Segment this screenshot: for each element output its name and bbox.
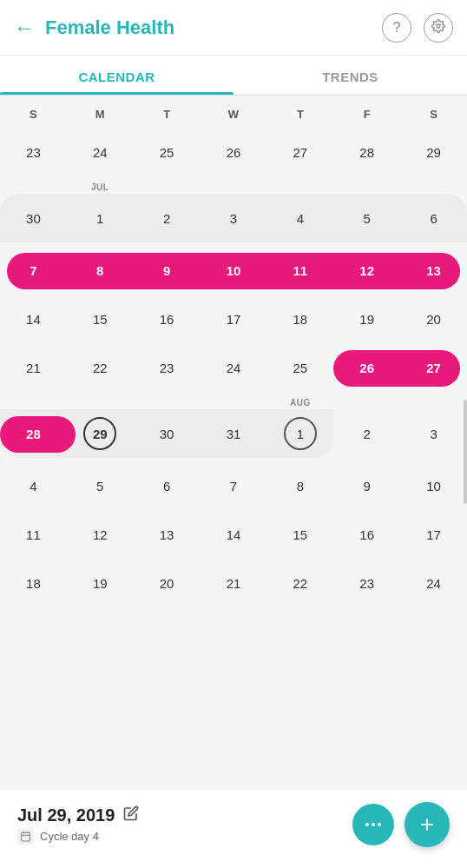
table-row[interactable]: 30	[0, 194, 67, 242]
table-row[interactable]: 31	[201, 409, 267, 458]
table-row[interactable]: 5	[67, 461, 134, 510]
table-row[interactable]: 22	[67, 343, 134, 392]
table-row[interactable]: 24	[67, 128, 134, 176]
back-button[interactable]: ←	[14, 16, 35, 40]
table-row[interactable]: 2	[134, 194, 201, 242]
cal-row-6: AUG 28 29 30 31 1 2 3	[0, 392, 467, 461]
table-row[interactable]: 4	[0, 461, 67, 510]
table-row[interactable]: 16	[134, 295, 201, 343]
calendar: S M T W T F S 23 24 25 26 27 28 29 JUL 3…	[0, 96, 467, 686]
cal-row-7: 4 5 6 7 8 9 10	[0, 461, 467, 510]
table-row[interactable]: 17	[400, 510, 467, 559]
day-header-f: F	[333, 104, 400, 124]
header-icons: ?	[382, 13, 453, 43]
table-row[interactable]: 7	[201, 461, 267, 510]
cal-row-9: 18 19 20 21 22 23 24	[0, 559, 467, 607]
table-row[interactable]: 13	[400, 246, 467, 295]
table-row[interactable]: 13	[134, 510, 201, 559]
day-headers: S M T W T F S	[0, 96, 467, 128]
table-row[interactable]: 23	[0, 128, 67, 176]
table-row[interactable]: 20	[400, 295, 467, 343]
table-row[interactable]: 14	[0, 295, 67, 343]
cycle-day-text: Cycle day 4	[40, 830, 99, 843]
table-row[interactable]: 15	[67, 295, 134, 343]
table-row[interactable]: 10	[400, 461, 467, 510]
tab-trends[interactable]: TRENDS	[234, 56, 467, 95]
table-row[interactable]: 26	[333, 343, 400, 392]
table-row[interactable]: 12	[67, 510, 134, 559]
table-row[interactable]: 8	[67, 246, 134, 295]
day-header-s: S	[0, 104, 67, 124]
header: ← Female Health ?	[0, 0, 467, 56]
svg-point-0	[437, 24, 440, 28]
settings-button[interactable]	[424, 13, 453, 43]
month-label-jul: JUL	[67, 176, 134, 194]
table-row[interactable]: 25	[134, 128, 201, 176]
svg-point-5	[365, 823, 369, 826]
svg-rect-1	[21, 832, 30, 841]
selected-date-info: Jul 29, 2019 Cycle day 4	[17, 805, 352, 845]
selected-date-text: Jul 29, 2019	[17, 805, 115, 825]
plus-icon: +	[420, 811, 434, 838]
day-header-t1: T	[134, 104, 201, 124]
table-row[interactable]: 25	[266, 343, 333, 392]
table-row[interactable]: 15	[266, 510, 333, 559]
table-row[interactable]: 9	[134, 246, 201, 295]
table-row[interactable]: 7	[0, 246, 67, 295]
table-row[interactable]: 3	[201, 194, 267, 242]
table-row[interactable]: 9	[333, 461, 400, 510]
table-row[interactable]: 26	[201, 128, 267, 176]
table-row[interactable]: 5	[333, 194, 400, 242]
table-row[interactable]: 19	[67, 559, 134, 607]
cal-cell-selected[interactable]: 29	[67, 409, 134, 458]
table-row[interactable]: 27	[266, 128, 333, 176]
table-row[interactable]: 11	[0, 510, 67, 559]
table-row[interactable]: 30	[134, 409, 201, 458]
table-row[interactable]: 28	[0, 409, 67, 458]
table-row[interactable]: 20	[134, 559, 201, 607]
table-row[interactable]: 8	[266, 461, 333, 510]
table-row[interactable]: 12	[333, 246, 400, 295]
table-row[interactable]: 24	[201, 343, 267, 392]
table-row[interactable]: 18	[266, 295, 333, 343]
help-button[interactable]: ?	[382, 13, 411, 43]
table-row[interactable]: 3	[400, 409, 467, 458]
svg-point-7	[378, 823, 381, 826]
table-row[interactable]: 1	[67, 194, 134, 242]
table-row[interactable]: 28	[333, 128, 400, 176]
table-row[interactable]: 23	[134, 343, 201, 392]
table-row[interactable]: 21	[0, 343, 67, 392]
table-row[interactable]: 11	[266, 246, 333, 295]
table-row[interactable]: 18	[0, 559, 67, 607]
dots-fab-button[interactable]	[352, 804, 394, 845]
tabs: CALENDAR TRENDS	[0, 56, 467, 96]
cal-row-pink-1: 7 8 9 10 11 12 13	[0, 246, 467, 295]
table-row[interactable]: 4	[266, 194, 333, 242]
day-header-t2: T	[266, 104, 333, 124]
table-row[interactable]: 27	[400, 343, 467, 392]
tab-calendar[interactable]: CALENDAR	[0, 56, 234, 95]
table-row[interactable]: 6	[134, 461, 201, 510]
svg-point-6	[372, 823, 375, 826]
table-row[interactable]: 24	[400, 559, 467, 607]
table-row[interactable]: 21	[201, 559, 267, 607]
cal-row-2: JUL 30 1 2 3 4 5 6	[0, 176, 467, 246]
table-row[interactable]: 10	[201, 246, 267, 295]
table-row[interactable]: 22	[266, 559, 333, 607]
edit-icon[interactable]	[123, 805, 139, 825]
table-row[interactable]: 19	[333, 295, 400, 343]
table-row[interactable]: 23	[333, 559, 400, 607]
table-row[interactable]: 17	[201, 295, 267, 343]
table-row[interactable]: 14	[201, 510, 267, 559]
bottom-bar: Jul 29, 2019 Cycle day 4	[0, 789, 467, 868]
page-title: Female Health	[45, 17, 382, 39]
table-row[interactable]: 6	[400, 194, 467, 242]
cal-cell-aug1[interactable]: 1	[266, 409, 333, 458]
table-row[interactable]: 2	[333, 409, 400, 458]
cal-row-8: 11 12 13 14 15 16 17	[0, 510, 467, 559]
table-row[interactable]: 16	[333, 510, 400, 559]
day-header-s2: S	[400, 104, 467, 124]
cal-row-5: 21 22 23 24 25 26 27	[0, 343, 467, 392]
table-row[interactable]: 29	[400, 128, 467, 176]
add-fab-button[interactable]: +	[405, 802, 450, 847]
